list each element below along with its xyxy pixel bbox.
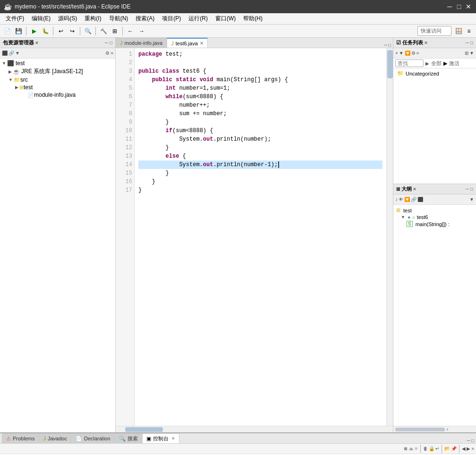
tab-test6[interactable]: J test6.java ✕ <box>167 38 208 48</box>
search-go-icon[interactable]: ▶ <box>425 61 429 66</box>
outline-sort-icon[interactable]: ↕ <box>395 197 398 202</box>
build-button[interactable]: 🔨 <box>98 26 109 36</box>
panel-menu-icon[interactable]: ▼ <box>15 51 20 56</box>
redo-button[interactable]: ↪ <box>67 26 77 36</box>
collapse-all-icon[interactable]: ⬛ <box>2 51 8 56</box>
menu-navigate[interactable]: 导航(N) <box>105 14 132 24</box>
console-prev-icon[interactable]: ◀ <box>462 446 466 451</box>
panel-settings-icon[interactable]: ⚙ <box>105 51 110 56</box>
run-button[interactable]: ▶ <box>29 26 39 36</box>
code-line-12: } <box>138 143 382 152</box>
menu-search[interactable]: 搜索(A) <box>132 14 158 24</box>
back-button[interactable]: ← <box>125 26 136 36</box>
tree-item-module-info[interactable]: 📄 module-info.java <box>1 91 114 99</box>
task-collapse-icon[interactable]: ▼ <box>469 51 474 56</box>
task-arrow-icon[interactable]: ▼ <box>399 51 404 56</box>
console-next-icon[interactable]: ▶ <box>467 446 470 451</box>
editor-hscroll[interactable] <box>116 426 393 432</box>
tab-problems[interactable]: ⚠ Problems <box>2 433 39 443</box>
code-line-3: public class test6 { <box>138 67 382 76</box>
tree-item-jre[interactable]: ▶ ☕ JRE 系统库 [JavaSE-12] <box>1 67 114 76</box>
perspective-button[interactable]: ⊞ <box>110 26 120 36</box>
quick-access-input[interactable]: 快速访问 <box>417 26 451 36</box>
bottom-max-icon[interactable]: □ <box>471 438 474 443</box>
console-icon: ▣ <box>146 436 151 442</box>
tab-search[interactable]: 🔍 搜索 <box>115 433 142 443</box>
menu-refactor[interactable]: 重构(I) <box>81 14 105 24</box>
task-panel-icon[interactable]: ⊞ <box>465 51 468 56</box>
filter-all-label[interactable]: 全部 <box>431 60 442 67</box>
new-button[interactable]: 📄 <box>2 26 12 36</box>
menu-run[interactable]: 运行(R) <box>185 14 212 24</box>
outline-link-icon[interactable]: 🔗 <box>411 197 416 202</box>
outline-scrollbar[interactable]: › <box>393 426 476 432</box>
tab-module-info[interactable]: J module-info.java <box>116 38 167 48</box>
tree-item-test-project[interactable]: ▼ ⬛ test <box>1 59 114 67</box>
more-perspectives-button[interactable]: ≡ <box>464 26 474 36</box>
link-with-editor-icon[interactable]: 🔗 <box>8 51 14 56</box>
menu-file[interactable]: 文件(F) <box>2 14 28 24</box>
outline-more-icon[interactable]: ▼ <box>469 197 474 202</box>
tab-javadoc[interactable]: J Javadoc <box>39 433 71 443</box>
menu-edit[interactable]: 编辑(E) <box>28 14 54 24</box>
bottom-area: ⚠ Problems J Javadoc 📄 Declaration 🔍 搜索 … <box>0 432 476 455</box>
tab-close-icon[interactable]: ✕ <box>200 41 204 46</box>
outline-test-pkg[interactable]: ⊞ test <box>395 207 474 214</box>
tree-item-test-package[interactable]: ▶ ⊞ test <box>1 84 114 91</box>
task-min-icon[interactable]: ─ <box>466 40 469 45</box>
editor-min-icon[interactable]: ─ <box>384 42 387 48</box>
console-more-icon[interactable]: » <box>471 446 474 451</box>
console-disconnect-icon[interactable]: ⏏ <box>409 446 413 451</box>
code-line-2 <box>138 59 382 67</box>
forward-button[interactable]: → <box>136 26 147 36</box>
jre-icon: ☕ <box>13 68 20 75</box>
outline-filter-icon[interactable]: 🔽 <box>404 197 410 202</box>
search-button[interactable]: 🔍 <box>83 26 93 36</box>
task-more-icon[interactable]: » <box>416 51 419 56</box>
editor-tab-bar: J module-info.java J test6.java ✕ ─ □ <box>116 38 393 48</box>
task-settings-icon[interactable]: ⚙ <box>411 51 416 56</box>
editor-max-icon[interactable]: □ <box>388 42 391 48</box>
debug-button[interactable]: 🐛 <box>40 26 51 36</box>
task-filter-icon[interactable]: 🔽 <box>405 51 410 56</box>
menu-window[interactable]: 窗口(W) <box>212 14 239 24</box>
maximize-button[interactable]: □ <box>455 3 463 10</box>
console-pin-icon[interactable]: 📌 <box>451 446 457 451</box>
save-button[interactable]: 💾 <box>13 26 24 36</box>
tab-console[interactable]: ▣ 控制台 ✕ <box>142 433 179 443</box>
task-max-icon[interactable]: □ <box>470 40 473 45</box>
outline-hide-icon[interactable]: 👁 <box>399 197 403 202</box>
uncategorized-item[interactable]: 📁 Uncategorized <box>393 68 476 78</box>
editor-scrollbar[interactable] <box>386 48 393 426</box>
task-search-input[interactable] <box>395 59 424 67</box>
undo-button[interactable]: ↩ <box>56 26 66 36</box>
task-add-icon[interactable]: + <box>395 51 398 56</box>
console-clear-icon[interactable]: 🗑 <box>423 446 428 451</box>
tree-item-src[interactable]: ▼ 📁 src <box>1 76 114 84</box>
menu-help[interactable]: 帮助(H) <box>239 14 266 24</box>
outline-test6-class[interactable]: ▼ ● ○ test6 <box>395 214 474 220</box>
filter-active-label[interactable]: 激活 <box>449 60 459 67</box>
minimize-button[interactable]: ─ <box>446 3 453 10</box>
console-scroll-lock-icon[interactable]: 🔒 <box>429 446 434 451</box>
outline-main-method[interactable]: S main(String[]) : <box>395 220 474 228</box>
outline-scroll-right[interactable]: › <box>447 427 448 432</box>
outline-min-icon[interactable]: ─ <box>466 186 469 192</box>
console-word-wrap-icon[interactable]: ↵ <box>435 446 439 451</box>
code-editor[interactable]: package test; public class test6 { publi… <box>135 48 386 426</box>
panel-minimize-icon[interactable]: ─ <box>105 40 108 45</box>
menu-source[interactable]: 源码(S) <box>54 14 81 24</box>
console-remove-icon[interactable]: ✕ <box>414 446 418 451</box>
outline-collapse-icon[interactable]: ⬛ <box>417 197 423 202</box>
close-button[interactable]: ✕ <box>465 3 472 10</box>
console-stop-icon[interactable]: ⏹ <box>403 446 408 451</box>
outline-max-icon[interactable]: □ <box>470 186 473 192</box>
open-perspective-button[interactable]: 🪟 <box>453 26 464 36</box>
tab-declaration[interactable]: 📄 Declaration <box>71 433 115 443</box>
menu-project[interactable]: 项目(P) <box>158 14 185 24</box>
outline-header: ⊞ 大纲 ✕ ─ □ <box>393 184 476 194</box>
console-open-file-icon[interactable]: 📂 <box>444 446 450 451</box>
panel-maximize-icon[interactable]: □ <box>110 40 112 45</box>
bottom-min-icon[interactable]: ─ <box>467 438 470 443</box>
panel-more-icon[interactable]: » <box>110 51 113 56</box>
